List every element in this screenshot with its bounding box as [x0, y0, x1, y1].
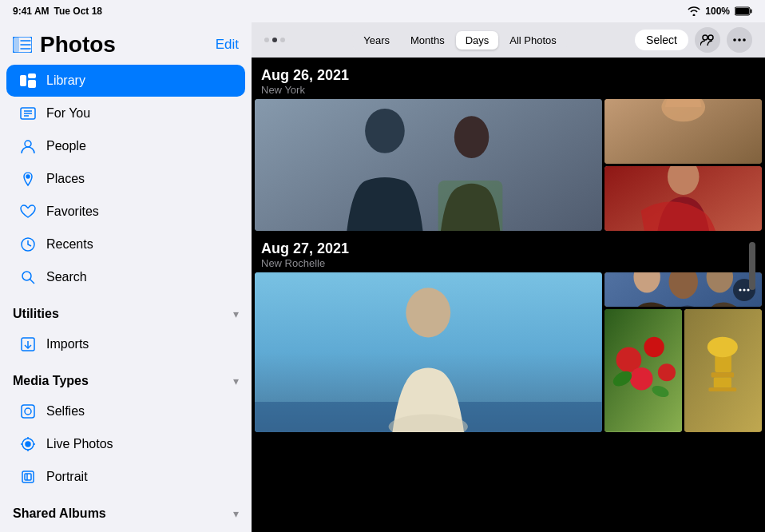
svg-point-23: [25, 408, 31, 415]
photo-thumb-aug26-1[interactable]: [604, 99, 763, 164]
livephotos-label: Live Photos: [46, 437, 113, 451]
photo-main-aug26[interactable]: [255, 99, 602, 231]
sidebar-item-library[interactable]: Library: [6, 65, 245, 97]
app-body: Photos Edit Library: [0, 22, 765, 532]
photo-thumb-aug27-3[interactable]: [684, 309, 762, 432]
photo-row-aug27: [255, 272, 762, 432]
status-left: 9:41 AM Tue Oct 18: [13, 6, 102, 17]
foryou-label: For You: [46, 106, 90, 121]
svg-rect-74: [713, 378, 731, 388]
sidebar-toggle-icon[interactable]: [13, 37, 32, 53]
mediatypes-chevron: ▾: [233, 375, 239, 387]
sidebar-navigation: Library For You: [0, 61, 252, 297]
date-section-aug26: Aug 26, 2021 New York: [255, 61, 762, 231]
sidebar-item-allshared[interactable]: All Shared Albums: [6, 528, 245, 532]
svg-rect-44: [255, 99, 602, 231]
mediatypes-nav: Selfies Live Photos: [0, 391, 252, 497]
tab-months[interactable]: Months: [401, 31, 454, 50]
home-indicator[interactable]: [749, 242, 755, 290]
utilities-section-header[interactable]: Utilities ▾: [0, 297, 252, 324]
toolbar: Years Months Days All Photos Select: [252, 22, 765, 58]
people-label: People: [46, 139, 86, 153]
svg-rect-22: [22, 405, 34, 418]
dot-1: [264, 38, 269, 42]
status-date: Tue Oct 18: [54, 6, 102, 17]
utilities-nav: Imports: [0, 324, 252, 364]
sidebar-item-portrait[interactable]: Portrait: [6, 461, 245, 493]
svg-rect-9: [28, 73, 36, 78]
svg-rect-75: [708, 388, 736, 392]
portrait-label: Portrait: [46, 470, 88, 484]
photo-thumb-row-aug27: [604, 309, 763, 432]
photo-main-aug27[interactable]: [255, 272, 602, 432]
photo-thumb-aug26-2[interactable]: [604, 166, 763, 231]
photo-grid: Aug 26, 2021 New York: [252, 58, 765, 532]
svg-line-19: [30, 280, 35, 284]
svg-rect-2: [735, 8, 749, 14]
date-label-aug27: Aug 27, 2021 New Rochelle: [255, 234, 762, 272]
date-location-aug26: New York: [261, 84, 755, 96]
people-toolbar-button[interactable]: [695, 27, 720, 53]
svg-rect-30: [22, 471, 34, 482]
edit-button[interactable]: Edit: [216, 37, 239, 53]
sidebar-item-foryou[interactable]: For You: [6, 97, 245, 129]
svg-point-16: [26, 175, 30, 178]
library-label: Library: [46, 73, 85, 88]
utilities-title: Utilities: [13, 307, 59, 321]
sidebar-item-favorites[interactable]: Favorites: [6, 196, 245, 228]
photo-thumb-aug27-1[interactable]: [604, 272, 763, 307]
svg-point-66: [629, 367, 652, 391]
sidebar-item-selfies[interactable]: Selfies: [6, 395, 245, 427]
library-icon: [19, 72, 37, 89]
svg-point-56: [739, 288, 741, 291]
svg-point-65: [644, 337, 664, 357]
search-label: Search: [46, 270, 87, 284]
more-toolbar-button[interactable]: [727, 27, 752, 53]
svg-rect-4: [13, 37, 19, 53]
select-button[interactable]: Select: [635, 30, 688, 50]
imports-icon: [19, 335, 37, 353]
photo-side-aug27: [604, 272, 763, 432]
photo-row-aug26: [255, 99, 762, 231]
sidebar-item-places[interactable]: Places: [6, 163, 245, 195]
favorites-label: Favorites: [46, 204, 99, 219]
people-icon: [19, 137, 37, 155]
svg-point-46: [454, 116, 489, 158]
sidebar-item-imports[interactable]: Imports: [6, 328, 245, 360]
tab-years[interactable]: Years: [354, 31, 399, 50]
svg-point-67: [657, 363, 675, 381]
status-time: 9:41 AM: [13, 6, 50, 17]
date-title-aug27: Aug 27, 2021: [261, 240, 755, 257]
tab-allphotos[interactable]: All Photos: [500, 31, 566, 50]
battery-icon: [735, 6, 752, 16]
sidebar-item-recents[interactable]: Recents: [6, 228, 245, 260]
sharedalbums-section-header[interactable]: Shared Albums ▾: [0, 497, 252, 524]
svg-point-58: [747, 288, 749, 291]
svg-point-15: [25, 141, 31, 147]
status-bar: 9:41 AM Tue Oct 18 100%: [0, 0, 765, 22]
svg-point-72: [708, 337, 738, 357]
mediatypes-title: Media Types: [13, 374, 89, 388]
date-section-aug27: Aug 27, 2021 New Rochelle: [255, 234, 762, 432]
svg-point-18: [22, 272, 31, 280]
tab-days[interactable]: Days: [456, 31, 499, 50]
wifi-icon: [688, 6, 700, 16]
svg-point-40: [708, 35, 713, 40]
sidebar-item-search[interactable]: Search: [6, 261, 245, 293]
livephotos-icon: [19, 435, 37, 453]
sharedalbums-nav: All Shared Albums New Shared Album: [0, 524, 252, 532]
sharedalbums-chevron: ▾: [233, 507, 239, 520]
svg-point-43: [743, 38, 746, 42]
recents-label: Recents: [46, 237, 93, 252]
recents-icon: [19, 236, 37, 253]
mediatypes-section-header[interactable]: Media Types ▾: [0, 364, 252, 391]
sidebar-item-people[interactable]: People: [6, 130, 245, 162]
view-tabs: Years Months Days All Photos: [352, 30, 568, 51]
svg-point-57: [743, 288, 745, 291]
svg-rect-8: [20, 75, 26, 86]
toolbar-actions: Select: [635, 27, 752, 53]
sidebar-item-livephotos[interactable]: Live Photos: [6, 428, 245, 460]
photo-thumb-aug27-2[interactable]: [604, 309, 682, 432]
app-title: Photos: [40, 32, 116, 58]
svg-rect-47: [438, 181, 503, 231]
